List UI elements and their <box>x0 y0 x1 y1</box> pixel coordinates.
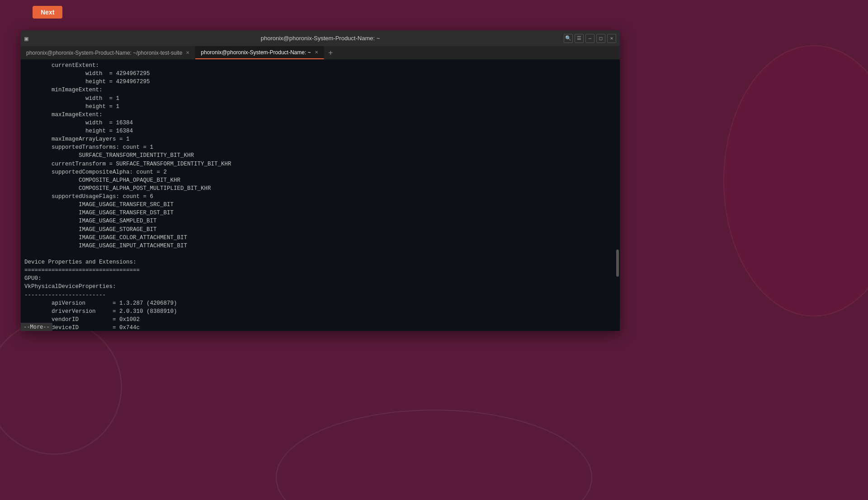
terminal-output: currentExtent: width = 4294967295 height… <box>24 61 616 331</box>
menu-button[interactable]: ☰ <box>575 34 584 43</box>
new-tab-button[interactable]: + <box>324 46 338 59</box>
more-indicator: --More-- <box>21 323 52 331</box>
terminal-title: phoronix@phoronix-System-Product-Name: ~ <box>261 35 380 42</box>
search-button[interactable]: 🔍 <box>564 34 573 43</box>
terminal-icon: ▣ <box>24 35 28 42</box>
next-button[interactable]: Next <box>33 6 62 19</box>
bg-decoration-left <box>0 319 122 455</box>
minimize-button[interactable]: — <box>585 34 594 43</box>
close-button[interactable]: ✕ <box>607 34 616 43</box>
tab-2-label: phoronix@phoronix-System-Product-Name: ~ <box>201 49 311 56</box>
terminal-titlebar: ▣ phoronix@phoronix-System-Product-Name:… <box>21 30 620 46</box>
terminal-tab-1[interactable]: phoronix@phoronix-System-Product-Name: ~… <box>21 46 195 59</box>
bg-decoration-right <box>723 45 868 316</box>
tab-1-label: phoronix@phoronix-System-Product-Name: ~… <box>26 50 182 56</box>
terminal-controls: 🔍 ☰ — □ ✕ <box>564 34 616 43</box>
terminal-window: ▣ phoronix@phoronix-System-Product-Name:… <box>21 30 620 331</box>
terminal-content[interactable]: currentExtent: width = 4294967295 height… <box>21 60 620 331</box>
tab-2-close[interactable]: ✕ <box>315 50 318 55</box>
tab-1-close[interactable]: ✕ <box>186 51 189 55</box>
scrollbar[interactable] <box>616 60 619 331</box>
scrollbar-thumb[interactable] <box>616 250 619 277</box>
terminal-tab-2[interactable]: phoronix@phoronix-System-Product-Name: ~… <box>195 46 324 59</box>
terminal-tabs: phoronix@phoronix-System-Product-Name: ~… <box>21 46 620 60</box>
bg-decoration-bottom <box>276 410 592 500</box>
maximize-button[interactable]: □ <box>596 34 605 43</box>
